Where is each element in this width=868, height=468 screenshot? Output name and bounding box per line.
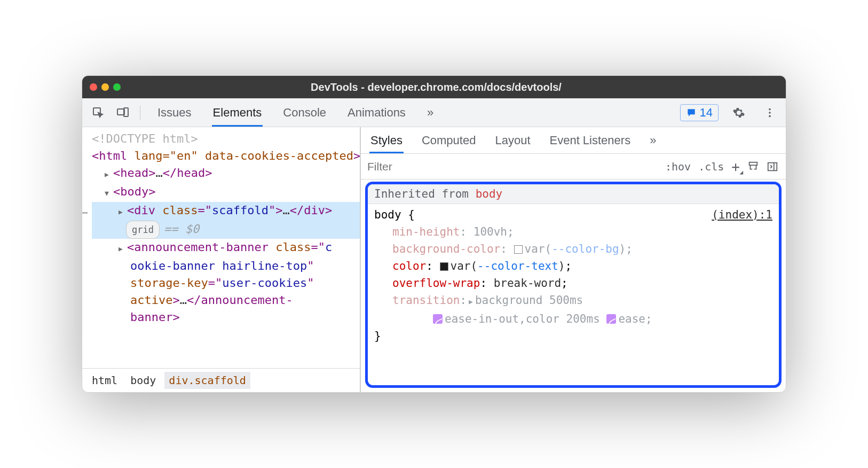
styles-filter-row: :hov .cls +◢ [361,154,786,180]
prop-transition[interactable]: transition:▶background 500ms [374,292,772,310]
main-tabs: Issues Elements Console Animations » [147,98,677,127]
grid-badge[interactable]: grid [126,221,160,239]
expand-icon[interactable]: ▶ [105,166,112,183]
tab-layout[interactable]: Layout [494,127,531,153]
rule-close: } [374,327,772,345]
computed-styles-icon[interactable] [747,161,759,173]
inspect-element-icon[interactable] [88,102,109,123]
tab-animations[interactable]: Animations [346,98,407,127]
divider [140,106,140,120]
tab-elements[interactable]: Elements [212,98,263,127]
close-window-icon[interactable] [90,83,97,91]
prop-color[interactable]: color: var(--color-text); [374,258,772,275]
expand-shorthand-icon[interactable]: ▶ [469,293,473,310]
svg-point-3 [769,108,771,110]
style-rule[interactable]: body { (index):1 min-height: 100vh; back… [368,204,779,349]
selected-node[interactable]: ⋯ ▶<div class="scaffold">…</div> grid== … [92,202,360,239]
selector[interactable]: body { [374,206,415,223]
equals-dollar-zero: == $0 [164,222,199,236]
doctype-node[interactable]: <!DOCTYPE html> [92,132,198,145]
styles-filter-input[interactable] [361,160,658,173]
breadcrumb: html body div.scaffold [82,368,360,392]
dom-tree[interactable]: <!DOCTYPE html> <html lang="en" data-coo… [82,127,360,368]
color-swatch-icon[interactable] [514,245,523,254]
styles-pane: Styles Computed Layout Event Listeners »… [361,127,786,392]
speech-bubble-icon [686,107,697,118]
prop-transition-line2[interactable]: ease-in-out,color 200ms ease; [374,310,772,327]
hov-toggle[interactable]: :hov [665,160,691,173]
prop-background-color[interactable]: background-color: var(--color-bg); [374,240,772,258]
titlebar: DevTools - developer.chrome.com/docs/dev… [82,76,786,98]
more-menu-icon[interactable] [759,102,780,123]
tabs-overflow-icon[interactable]: » [426,98,435,127]
tab-console[interactable]: Console [282,98,327,127]
ellipsis-icon[interactable]: ⋯ [82,204,88,221]
styles-tabs: Styles Computed Layout Event Listeners » [361,127,786,154]
expand-icon[interactable]: ▶ [119,204,126,221]
source-link[interactable]: (index):1 [712,206,772,223]
body-node[interactable]: <body> [113,185,155,198]
head-node[interactable]: <head> [113,166,155,180]
issues-count: 14 [700,106,713,120]
easing-icon[interactable] [433,314,443,324]
breadcrumb-html[interactable]: html [88,372,122,389]
easing-icon[interactable] [606,314,616,324]
elements-tree-pane: <!DOCTYPE html> <html lang="en" data-coo… [82,127,361,392]
main-toolbar: Issues Elements Console Animations » 14 [82,98,786,127]
maximize-window-icon[interactable] [113,83,121,91]
toggle-sidebar-icon[interactable] [767,161,778,173]
breadcrumb-selected[interactable]: div.scaffold [164,372,250,389]
tab-issues[interactable]: Issues [156,98,193,127]
tab-styles[interactable]: Styles [369,127,404,153]
svg-rect-7 [768,162,777,170]
svg-rect-6 [749,162,757,165]
tab-computed[interactable]: Computed [421,127,477,153]
minimize-window-icon[interactable] [101,83,109,91]
device-toolbar-icon[interactable] [112,102,133,123]
breadcrumb-body[interactable]: body [126,372,160,389]
window-title: DevTools - developer.chrome.com/docs/dev… [121,81,752,93]
inherited-from-header: Inherited from body [368,184,779,204]
tab-event-listeners[interactable]: Event Listeners [549,127,632,153]
inherited-from-element[interactable]: body [476,188,503,200]
prop-overflow-wrap[interactable]: overflow-wrap: break-word; [374,275,772,292]
collapse-icon[interactable]: ▼ [105,185,112,202]
inherited-rule-highlight: Inherited from body body { (index):1 min… [365,182,782,388]
settings-icon[interactable] [728,102,749,123]
styles-tabs-overflow-icon[interactable]: » [649,127,657,153]
issues-badge[interactable]: 14 [680,104,719,121]
svg-point-4 [769,112,771,114]
new-style-rule-icon[interactable]: +◢ [731,159,740,175]
prop-min-height[interactable]: min-height: 100vh; [374,223,772,240]
color-swatch-icon[interactable] [440,262,448,271]
svg-point-5 [769,115,771,117]
cls-toggle[interactable]: .cls [698,160,724,173]
expand-icon[interactable]: ▶ [119,240,126,258]
devtools-window: DevTools - developer.chrome.com/docs/dev… [82,75,786,393]
traffic-lights [90,83,121,91]
